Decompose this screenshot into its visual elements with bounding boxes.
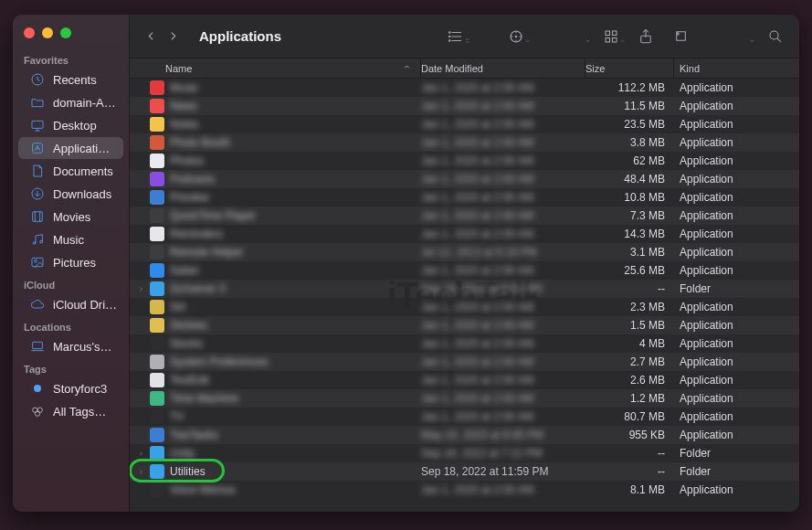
file-icon bbox=[150, 263, 164, 278]
file-icon bbox=[150, 99, 164, 113]
sidebar-item-label: All Tags… bbox=[53, 405, 106, 419]
file-row[interactable]: NewsJan 1, 2020 at 2:00 AM11.5 MBApplica… bbox=[130, 97, 799, 115]
sidebar-section-header: Locations bbox=[13, 316, 129, 334]
column-size-header[interactable]: Size bbox=[585, 58, 674, 78]
sidebar-item[interactable]: Movies bbox=[18, 206, 123, 228]
sidebar-item-label: domain-A… bbox=[53, 96, 116, 110]
sidebar-item[interactable]: Documents bbox=[18, 160, 123, 182]
action-menu-icon[interactable] bbox=[564, 26, 589, 48]
desktop-icon bbox=[29, 117, 46, 133]
sidebar: FavoritesRecentsdomain-A…DesktopApplicat… bbox=[13, 15, 130, 512]
file-row[interactable]: PhotosJan 1, 2020 at 2:00 AM62 MBApplica… bbox=[130, 152, 799, 170]
folder-icon bbox=[29, 94, 46, 111]
file-row[interactable]: SiriJan 1, 2020 at 2:00 AM2.3 MBApplicat… bbox=[130, 298, 799, 316]
file-size: -- bbox=[585, 447, 674, 460]
file-row[interactable]: PodcastsJan 1, 2020 at 2:00 AM48.4 MBApp… bbox=[130, 170, 799, 188]
file-kind: Folder bbox=[674, 282, 799, 295]
file-row[interactable]: TVJan 1, 2020 at 2:00 AM80.7 MBApplicati… bbox=[130, 408, 799, 426]
file-row[interactable]: UnitySep 18, 2022 at 7:22 PM--Folder bbox=[130, 444, 799, 462]
sidebar-item[interactable]: Storyforc3 bbox=[18, 377, 123, 399]
file-icon bbox=[150, 135, 164, 150]
forward-button[interactable] bbox=[163, 26, 183, 47]
file-icon bbox=[150, 300, 164, 314]
file-row[interactable]: Voice MemosJan 1, 2020 at 2:00 AM8.1 MBA… bbox=[130, 481, 799, 499]
file-list[interactable]: iTechTalk MusicJan 1, 2020 at 2:00 AM112… bbox=[130, 79, 799, 512]
sidebar-item[interactable]: Downloads bbox=[18, 183, 123, 205]
file-kind: Application bbox=[674, 246, 799, 259]
file-date: Sep 18, 2022 at 7:22 PM bbox=[421, 447, 585, 460]
file-date: Jul 12, 2013 at 8:18 PM bbox=[421, 246, 585, 259]
file-icon bbox=[150, 373, 164, 387]
file-size: 25.6 MB bbox=[585, 264, 674, 277]
file-date: Jan 1, 2020 at 2:00 AM bbox=[421, 301, 585, 313]
sidebar-item[interactable]: Desktop bbox=[18, 114, 123, 136]
sidebar-item[interactable]: All Tags… bbox=[18, 400, 123, 422]
file-kind: Application bbox=[674, 264, 799, 277]
maximize-button[interactable] bbox=[60, 27, 71, 38]
svg-rect-7 bbox=[33, 212, 43, 222]
file-row[interactable]: Photo BoothJan 1, 2020 at 2:00 AM3.8 MBA… bbox=[130, 133, 799, 152]
file-name: TV bbox=[170, 410, 421, 423]
svg-rect-4 bbox=[33, 143, 43, 154]
window-controls bbox=[13, 20, 129, 49]
svg-point-16 bbox=[34, 385, 41, 392]
back-button[interactable] bbox=[141, 26, 161, 47]
file-row[interactable]: StocksJan 1, 2020 at 2:00 AM4 MBApplicat… bbox=[130, 334, 799, 353]
file-date: Jan 1, 2020 at 2:00 AM bbox=[421, 81, 585, 94]
more-icon[interactable] bbox=[728, 26, 754, 48]
file-row[interactable]: Time MachineJan 1, 2020 at 2:00 AM1.2 MB… bbox=[130, 389, 799, 408]
file-row[interactable]: NotesJan 1, 2020 at 2:00 AM23.5 MBApplic… bbox=[130, 115, 799, 133]
sidebar-item[interactable]: Recents bbox=[18, 69, 123, 90]
file-row[interactable]: QuickTime PlayerJan 1, 2020 at 2:00 AM7.… bbox=[130, 207, 799, 225]
file-row[interactable]: SafariJan 1, 2020 at 2:00 AM25.6 MBAppli… bbox=[130, 261, 799, 280]
toolbar: Applications bbox=[130, 15, 799, 58]
sidebar-item[interactable]: Applicati… bbox=[18, 137, 123, 159]
sidebar-item[interactable]: Music bbox=[18, 228, 123, 250]
file-row[interactable]: Remote HelperJul 12, 2013 at 8:18 PM3.1 … bbox=[130, 243, 799, 261]
disclosure-triangle-icon[interactable] bbox=[135, 286, 146, 292]
file-row[interactable]: RemindersJan 1, 2020 at 2:00 AM14.3 MBAp… bbox=[130, 225, 799, 243]
sidebar-item[interactable]: domain-A… bbox=[18, 91, 123, 113]
close-button[interactable] bbox=[24, 27, 35, 38]
file-kind: Application bbox=[674, 429, 799, 441]
column-kind-header[interactable]: Kind bbox=[674, 58, 799, 78]
clock-icon bbox=[29, 71, 46, 88]
file-row[interactable]: StickiesJan 1, 2020 at 2:00 AM1.5 MBAppl… bbox=[130, 316, 799, 334]
file-row[interactable]: Scrivener 3Sep 18, 2022 at 6:52 PM--Fold… bbox=[130, 280, 799, 298]
file-icon bbox=[150, 154, 164, 168]
svg-rect-14 bbox=[33, 342, 43, 348]
disclosure-triangle-icon[interactable] bbox=[135, 469, 146, 475]
file-row[interactable]: TextEditJan 1, 2020 at 2:00 AM2.6 MBAppl… bbox=[130, 371, 799, 389]
disclosure-triangle-icon[interactable] bbox=[135, 450, 146, 457]
sidebar-item[interactable]: iCloud Dri… bbox=[18, 293, 123, 315]
group-by-icon[interactable] bbox=[503, 26, 529, 48]
file-size: 112.2 MB bbox=[585, 81, 674, 94]
file-row[interactable]: UtilitiesSep 18, 2022 at 11:59 PM--Folde… bbox=[130, 462, 799, 481]
file-icon bbox=[150, 245, 164, 260]
file-icon bbox=[150, 336, 164, 351]
grid-view-icon[interactable] bbox=[598, 26, 624, 48]
sidebar-item-label: Applicati… bbox=[53, 142, 110, 155]
tag-icon[interactable] bbox=[668, 26, 693, 48]
view-list-icon[interactable] bbox=[443, 26, 469, 48]
file-date: Jan 1, 2020 at 2:00 AM bbox=[421, 173, 585, 186]
column-date-header[interactable]: Date Modified bbox=[421, 58, 585, 78]
file-date: Jan 1, 2020 at 2:00 AM bbox=[421, 410, 585, 423]
file-kind: Application bbox=[674, 319, 799, 332]
sidebar-item[interactable]: Pictures bbox=[18, 251, 123, 273]
file-date: Jan 1, 2020 at 2:00 AM bbox=[421, 483, 585, 496]
minimize-button[interactable] bbox=[42, 27, 53, 38]
file-icon bbox=[150, 409, 164, 424]
share-icon[interactable] bbox=[633, 26, 659, 48]
sidebar-item[interactable]: Marcus's… bbox=[18, 335, 123, 357]
file-size: 2.6 MB bbox=[585, 374, 674, 387]
search-icon[interactable] bbox=[763, 26, 788, 48]
file-kind: Application bbox=[674, 374, 799, 387]
file-row[interactable]: MusicJan 1, 2020 at 2:00 AM112.2 MBAppli… bbox=[130, 79, 799, 97]
file-row[interactable]: PreviewJan 1, 2020 at 2:00 AM10.8 MBAppl… bbox=[130, 188, 799, 207]
tag-all-icon bbox=[29, 403, 46, 419]
column-name-header[interactable]: Name bbox=[130, 58, 421, 78]
file-row[interactable]: System PreferencesJan 1, 2020 at 2:00 AM… bbox=[130, 353, 799, 371]
file-row[interactable]: TwoTasksMay 10, 2015 at 8:05 PM955 KBApp… bbox=[130, 426, 799, 444]
file-icon bbox=[150, 227, 164, 241]
